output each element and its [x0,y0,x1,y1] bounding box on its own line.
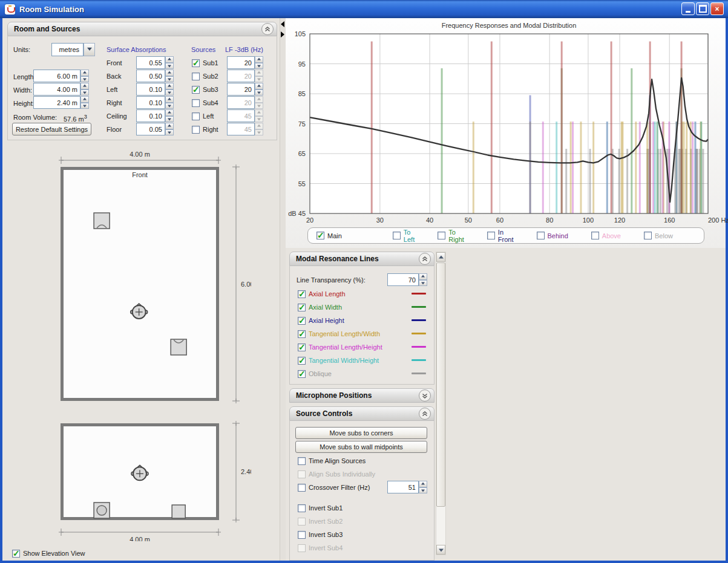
invert-sub1-checkbox[interactable]: Invert Sub1 [298,504,343,512]
legend-below[interactable]: Below [644,232,673,239]
spinner-down-icon[interactable] [165,76,174,83]
svg-text:105: 105 [295,30,306,37]
oblique-checkbox[interactable]: Oblique [298,369,332,378]
axial-height-checkbox[interactable]: Axial Height [298,316,344,325]
spinner-up-icon[interactable] [80,83,89,89]
svg-text:80: 80 [546,216,553,224]
source-sub2-checkbox[interactable]: Sub2 [192,72,218,80]
spinner-down-icon[interactable] [80,89,89,96]
tangential-length-height-line-sample [412,346,426,348]
spinner-down-icon[interactable] [255,63,263,70]
dropdown-arrow-icon[interactable] [84,43,95,56]
units-value[interactable]: metres [51,43,84,56]
invert-sub3-checkbox[interactable]: Invert Sub3 [298,530,343,539]
spinner-down-icon[interactable] [419,487,427,494]
source-left-checkbox[interactable]: Left [192,112,214,120]
axial-width-line-sample [412,306,426,308]
height-spinner[interactable]: 2.40 m [33,96,89,109]
svg-text:50: 50 [465,216,472,224]
time-align-sources-checkbox[interactable]: Time Align Sources [298,457,366,465]
absorption-right-spinner[interactable]: 0.10 [136,96,174,109]
width-spinner[interactable]: 4.00 m [33,83,89,96]
scroll-down-icon[interactable] [436,545,445,555]
spinner-down-icon[interactable] [165,63,174,70]
spinner-up-icon[interactable] [419,273,427,280]
spinner-up-icon[interactable] [165,96,174,103]
spinner-up-icon[interactable] [165,70,174,76]
spinner-up-icon[interactable] [165,123,174,129]
spinner-up-icon[interactable] [419,481,427,487]
tangential-width-height-checkbox[interactable]: Tangential Width/Height [298,356,379,365]
spinner-down-icon[interactable] [255,89,263,96]
spinner-up-icon[interactable] [165,56,174,63]
absorption-back-spinner[interactable]: 0.50 [136,70,174,82]
legend-main[interactable]: Main [316,232,342,239]
scrollbar-thumb[interactable] [436,262,445,507]
collapse-panel-button[interactable] [261,23,274,35]
source-right-checkbox[interactable]: Right [192,125,218,134]
collapse-panel-button[interactable] [419,408,431,420]
spinner-down-icon[interactable] [80,103,89,109]
spinner-down-icon[interactable] [80,76,89,83]
axial-width-checkbox[interactable]: Axial Width [298,303,342,311]
close-button[interactable]: × [710,2,724,15]
line-transparency-spinner[interactable]: 70 [387,273,427,286]
title-bar[interactable]: Room Simulation × [0,0,728,18]
spinner-up-icon[interactable] [255,83,263,89]
legend-behind[interactable]: Behind [537,232,568,239]
spinner-up-icon[interactable] [165,109,174,116]
absorption-ceiling-spinner[interactable]: 0.10 [136,109,174,122]
microphone-positions-header[interactable]: Microphone Positions [289,388,435,403]
legend-to-right[interactable]: To Right [438,229,464,243]
spinner-down-icon[interactable] [419,280,427,287]
spinner-up-icon[interactable] [80,96,89,103]
axial-length-checkbox[interactable]: Axial Length [298,290,346,298]
move-subs-to-corners-button[interactable]: Move subs to corners [295,427,427,439]
source-sub1-checkbox[interactable]: Sub1 [192,59,218,67]
window-title: Room Simulation [19,5,84,14]
move-subs-to-wall-midpoints-button[interactable]: Move subs to wall midpoints [295,441,427,453]
show-elevation-view-checkbox[interactable]: Show Elevation View [12,549,85,558]
scroll-up-icon[interactable] [436,252,445,262]
spinner-up-icon[interactable] [255,56,263,63]
expand-panel-button[interactable] [419,389,431,402]
lf-sub1-spinner[interactable]: 20 [227,56,263,69]
frequency-response-chart[interactable]: 1059585756555dB 452030405060801001201602… [284,18,728,248]
spinner-down-icon[interactable] [165,129,174,136]
width-label: Width: [13,86,32,94]
minimize-button[interactable] [681,2,695,15]
restore-default-settings-button[interactable]: Restore Default Settings [12,123,91,135]
absorption-front-spinner[interactable]: 0.55 [136,56,174,69]
tangential-length-width-line-sample [412,333,426,334]
modal-resonance-lines-header[interactable]: Modal Resonance Lines [289,252,435,266]
source-controls-header[interactable]: Source Controls [289,406,435,421]
length-spinner[interactable]: 6.00 m [33,70,89,82]
absorption-floor-spinner[interactable]: 0.05 [136,123,174,135]
legend-in-front[interactable]: In Front [487,229,514,243]
spinner-down-icon[interactable] [165,103,174,109]
maximize-button[interactable] [696,2,709,15]
crossover-filter-checkbox[interactable]: Crossover Filter (Hz) [298,483,370,492]
legend-above[interactable]: Above [591,232,621,239]
tangential-length-width-checkbox[interactable]: Tangential Length/Width [298,330,380,338]
svg-text:65: 65 [298,150,306,157]
spinner-up-icon[interactable] [165,83,174,89]
source-sub4-checkbox[interactable]: Sub4 [192,99,218,107]
spinner-down-icon[interactable] [165,89,174,96]
legend-to-left[interactable]: To Left [393,229,415,243]
absorption-left-spinner[interactable]: 0.10 [136,83,174,96]
tangential-length-height-checkbox[interactable]: Tangential Length/Height [298,343,382,351]
crossover-filter-spinner[interactable]: 51 [387,481,427,493]
source-sub3-checkbox[interactable]: Sub3 [192,85,218,94]
right-panel-scrollbar[interactable] [436,252,446,555]
room-and-sources-header[interactable]: Room and Sources [7,22,277,36]
room-plan-view[interactable]: 4.00 mFront6.00 m [51,148,251,408]
invert-sub4-checkbox: Invert Sub4 [298,544,343,552]
room-elevation-view[interactable]: 2.40 m4.00 m [51,417,251,541]
spinner-up-icon[interactable] [80,70,89,76]
spinner-down-icon[interactable] [165,116,174,123]
collapse-panel-button[interactable] [419,253,431,265]
lf-sub3-spinner[interactable]: 20 [227,83,263,96]
units-select[interactable]: metres [51,43,95,56]
java-icon [5,4,15,15]
